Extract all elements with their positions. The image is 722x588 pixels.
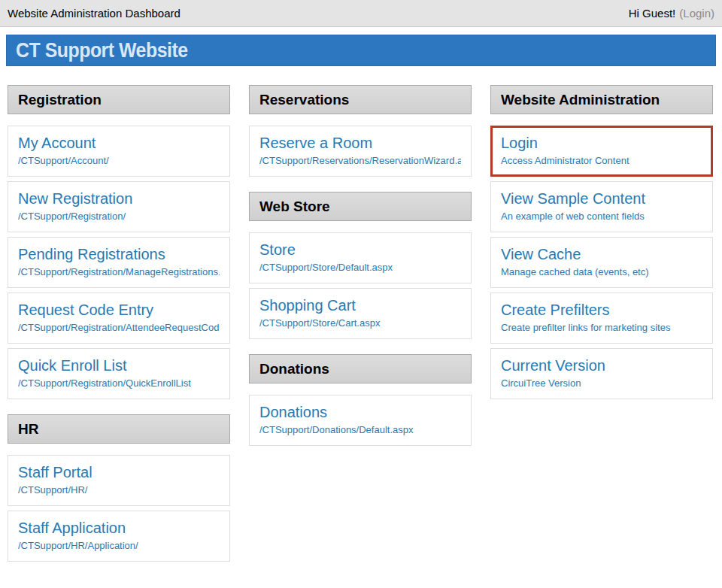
dashboard-card[interactable]: My Account/CTSupport/Account/ [8, 126, 230, 177]
card-subtitle: /CTSupport/Account/ [18, 155, 220, 167]
card-title: View Cache [501, 245, 702, 263]
card-subtitle: /CTSupport/Registration/AttendeeRequestC… [18, 322, 220, 334]
dashboard-column: RegistrationMy Account/CTSupport/Account… [8, 85, 230, 566]
dashboard-card[interactable]: Store/CTSupport/Store/Default.aspx [249, 232, 472, 283]
greeting-text: Hi Guest! [629, 7, 676, 20]
section-header: Reservations [249, 85, 472, 114]
dashboard-card[interactable]: Request Code Entry/CTSupport/Registratio… [8, 292, 230, 344]
site-banner-title: CT Support Website [16, 39, 188, 62]
card-title: Shopping Cart [259, 296, 461, 314]
card-subtitle: Manage cached data (events, etc) [501, 266, 702, 278]
card-subtitle: CircuiTree Version [501, 377, 702, 389]
section-header: Website Administration [490, 85, 713, 114]
card-subtitle: /CTSupport/Registration/ManageRegistrati… [18, 266, 220, 278]
dashboard-card[interactable]: View CacheManage cached data (events, et… [490, 237, 713, 288]
card-subtitle: Access Administrator Content [501, 155, 702, 167]
dashboard-card[interactable]: View Sample ContentAn example of web con… [490, 181, 713, 232]
top-bar: Website Administration Dashboard Hi Gues… [0, 0, 722, 27]
section-header: Registration [8, 85, 230, 114]
dashboard-card[interactable]: Reserve a Room/CTSupport/Reservations/Re… [249, 126, 472, 177]
card-title: Login [501, 134, 702, 152]
card-subtitle: /CTSupport/Donations/Default.aspx [259, 424, 461, 436]
section-header: Web Store [249, 192, 472, 221]
card-title: Quick Enroll List [18, 356, 220, 374]
card-title: Staff Portal [18, 463, 220, 481]
dashboard-card[interactable]: Create PrefiltersCreate prefilter links … [490, 292, 713, 344]
dashboard-column: Website AdministrationLoginAccess Admini… [490, 85, 713, 404]
dashboard-card[interactable]: Shopping Cart/CTSupport/Store/Cart.aspx [249, 288, 472, 339]
section-header: Donations [249, 354, 472, 383]
site-banner: CT Support Website [6, 35, 716, 66]
card-title: Current Version [501, 356, 702, 374]
card-subtitle: /CTSupport/HR/ [18, 484, 220, 496]
login-link[interactable]: (Login) [679, 7, 714, 20]
dashboard-card[interactable]: Quick Enroll List/CTSupport/Registration… [8, 348, 230, 399]
card-subtitle: An example of web content fields [501, 211, 702, 223]
page-title: Website Administration Dashboard [8, 7, 180, 20]
card-subtitle: /CTSupport/Registration/ [18, 211, 220, 223]
card-title: My Account [18, 134, 220, 152]
dashboard-card[interactable]: Current VersionCircuiTree Version [490, 348, 713, 399]
card-title: Reserve a Room [259, 134, 461, 152]
card-title: Staff Application [18, 519, 220, 537]
card-subtitle: Create prefilter links for marketing sit… [501, 322, 702, 334]
dashboard-columns: RegistrationMy Account/CTSupport/Account… [0, 66, 722, 566]
dashboard-card[interactable]: Staff Portal/CTSupport/HR/ [8, 455, 230, 506]
dashboard-card[interactable]: New Registration/CTSupport/Registration/ [8, 181, 230, 232]
dashboard-card[interactable]: LoginAccess Administrator Content [490, 126, 713, 177]
card-subtitle: /CTSupport/Reservations/ReservationWizar… [259, 155, 461, 167]
dashboard-card[interactable]: Donations/CTSupport/Donations/Default.as… [249, 395, 472, 446]
card-subtitle: /CTSupport/Registration/QuickEnrollList [18, 377, 220, 389]
dashboard-card[interactable]: Pending Registrations/CTSupport/Registra… [8, 237, 230, 288]
card-title: View Sample Content [501, 189, 702, 208]
card-title: New Registration [18, 189, 220, 208]
card-subtitle: /CTSupport/Store/Default.aspx [259, 262, 461, 274]
card-subtitle: /CTSupport/HR/Application/ [18, 540, 220, 552]
card-title: Create Prefilters [501, 301, 702, 319]
card-subtitle: /CTSupport/Store/Cart.aspx [259, 317, 461, 329]
dashboard-card[interactable]: Staff Application/CTSupport/HR/Applicati… [8, 511, 230, 562]
dashboard-column: ReservationsReserve a Room/CTSupport/Res… [249, 85, 472, 450]
card-title: Donations [259, 403, 461, 421]
section-header: HR [8, 414, 230, 444]
card-title: Pending Registrations [18, 245, 220, 263]
card-title: Store [259, 241, 461, 259]
card-title: Request Code Entry [18, 301, 220, 319]
